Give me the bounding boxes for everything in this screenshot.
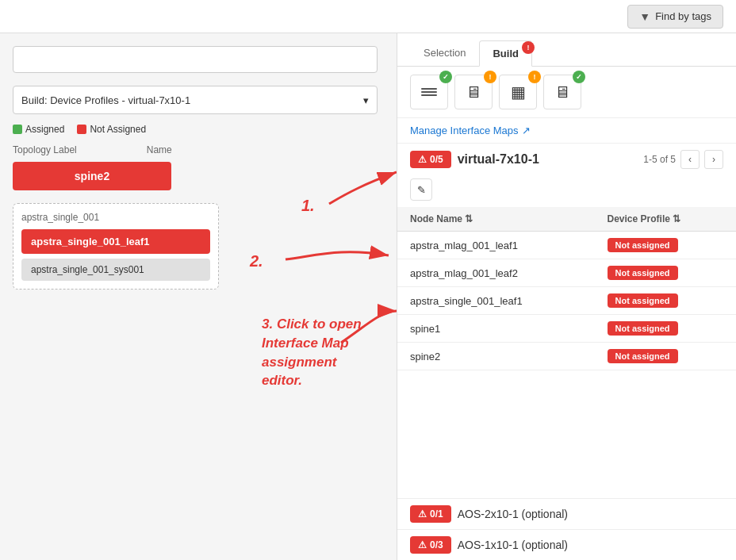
table-container: Node Name ⇅ Device Profile ⇅ apstra_mlag… [397, 207, 736, 498]
table-row: spine2 Not assigned [397, 343, 736, 370]
build-dropdown[interactable]: Build: Device Profiles - virtual-7x10-1 … [13, 86, 378, 114]
alert-badge-main[interactable]: ⚠ 0/5 [410, 151, 451, 168]
dropdown-arrow-icon: ▾ [363, 94, 369, 106]
sort-icon-node[interactable]: ⇅ [465, 213, 473, 224]
table-row: apstra_single_001_leaf1 Not assigned [397, 287, 736, 315]
icon-btn-server1[interactable]: ! 🖥 [454, 75, 493, 109]
cell-device-profile[interactable]: Not assigned [595, 259, 736, 287]
not-assigned-badge[interactable]: Not assigned [608, 321, 678, 336]
tab-build[interactable]: Build ! [479, 40, 532, 67]
legend-not-assigned-label: Not Assigned [90, 124, 146, 135]
optional-section-1: ⚠ 0/1 AOS-2x10-1 (optional) [397, 498, 736, 529]
find-by-tags-label: Find by tags [655, 10, 711, 22]
tab-selection[interactable]: Selection [410, 40, 479, 66]
opt2-title: AOS-1x10-1 (optional) [458, 539, 568, 551]
icon-btn-list[interactable]: ✓ [410, 75, 448, 109]
cell-device-profile[interactable]: Not assigned [595, 343, 736, 370]
cell-node-name: apstra_mlag_001_leaf2 [397, 259, 595, 287]
tab-selection-label: Selection [424, 47, 466, 59]
opt1-alert-count: 0/1 [430, 508, 443, 520]
cell-device-profile[interactable]: Not assigned [595, 315, 736, 343]
tab-build-badge: ! [522, 41, 535, 54]
barcode-icon: ▦ [511, 82, 526, 102]
optional-section-2: ⚠ 0/3 AOS-1x10-1 (optional) [397, 529, 736, 560]
legend-assigned-dot [13, 125, 22, 134]
icon3-badge: ! [528, 71, 541, 83]
cell-node-name: spine1 [397, 315, 595, 343]
table-body: apstra_mlag_001_leaf1 Not assigned apstr… [397, 232, 736, 370]
alert-count: 0/5 [430, 154, 443, 165]
pagination-count: 1-5 of 5 [643, 154, 676, 165]
prev-page-button[interactable]: ‹ [680, 150, 700, 169]
main-layout: Build: Device Profiles - virtual-7x10-1 … [0, 33, 736, 560]
table-header-row: Node Name ⇅ Device Profile ⇅ [397, 207, 736, 232]
not-assigned-badge[interactable]: Not assigned [608, 266, 678, 280]
next-page-button[interactable]: › [704, 150, 723, 169]
not-assigned-badge[interactable]: Not assigned [608, 238, 678, 252]
list-icon [421, 88, 437, 96]
table-row: spine1 Not assigned [397, 315, 736, 343]
filter-icon: ▼ [639, 10, 650, 23]
tab-build-label: Build [493, 48, 519, 59]
icon-btn-server2[interactable]: ✓ 🖥 [543, 75, 581, 109]
external-link-icon: ↗ [522, 125, 531, 136]
not-assigned-badge[interactable]: Not assigned [608, 349, 678, 363]
edit-button[interactable]: ✎ [410, 178, 432, 201]
cell-device-profile[interactable]: Not assigned [595, 232, 736, 259]
legend-assigned-label: Assigned [25, 124, 64, 135]
tabs: Selection Build ! [397, 33, 736, 67]
edit-row: ✎ [397, 175, 736, 207]
legend: Assigned Not Assigned [13, 124, 384, 135]
legend-not-assigned: Not Assigned [77, 124, 146, 135]
alert-badge-optional1[interactable]: ⚠ 0/1 [410, 505, 451, 523]
alert-icon-opt2: ⚠ [418, 539, 427, 550]
legend-assigned: Assigned [13, 124, 64, 135]
server2-icon: 🖥 [554, 83, 570, 102]
step1-label: 1. [301, 196, 315, 215]
cell-node-name: apstra_single_001_leaf1 [397, 287, 595, 315]
manage-interface-maps-link[interactable]: Manage Interface Maps ↗ [397, 118, 736, 144]
cell-node-name: spine2 [397, 343, 595, 370]
alert-icon-opt1: ⚠ [418, 508, 427, 520]
icon-row: ✓ ! 🖥 ! ▦ ✓ 🖥 [397, 67, 736, 118]
table-row: apstra_mlag_001_leaf2 Not assigned [397, 259, 736, 287]
alert-icon: ⚠ [418, 154, 427, 165]
opt1-title: AOS-2x10-1 (optional) [458, 508, 568, 520]
device-box: apstra_single_001 apstra_single_001_leaf… [13, 203, 219, 290]
search-area [13, 46, 384, 73]
alert-badge-optional2[interactable]: ⚠ 0/3 [410, 536, 451, 554]
opt2-alert-count: 0/3 [430, 539, 443, 550]
cell-node-name: apstra_mlag_001_leaf1 [397, 232, 595, 259]
sort-icon-profile[interactable]: ⇅ [673, 213, 680, 224]
icon-btn-barcode[interactable]: ! ▦ [499, 75, 537, 109]
icon4-badge: ✓ [573, 71, 585, 83]
cell-device-profile[interactable]: Not assigned [595, 287, 736, 315]
step3-label: 3. Click to openInterface Mapassignmente… [262, 315, 362, 390]
left-panel: Build: Device Profiles - virtual-7x10-1 … [0, 33, 397, 560]
section-title: virtual-7x10-1 [458, 152, 539, 167]
section-header: ⚠ 0/5 virtual-7x10-1 1-5 of 5 ‹ › [397, 144, 736, 175]
step2-label: 2. [250, 251, 263, 270]
leaf-node[interactable]: apstra_single_001_leaf1 [21, 229, 210, 254]
name-label: Name [147, 144, 172, 155]
server-icon: 🖥 [466, 83, 481, 102]
sys-node[interactable]: apstra_single_001_sys001 [21, 259, 210, 281]
dropdown-area: Build: Device Profiles - virtual-7x10-1 … [13, 86, 384, 114]
topology-label-row: Topology Label Name [13, 144, 384, 155]
table-row: apstra_mlag_001_leaf1 Not assigned [397, 232, 736, 259]
col-device-profile: Device Profile ⇅ [595, 207, 736, 232]
manage-link-label: Manage Interface Maps [410, 125, 519, 136]
top-bar: ▼ Find by tags [0, 0, 736, 33]
right-panel: Selection Build ! ✓ ! 🖥 [397, 33, 736, 560]
search-input[interactable] [13, 46, 378, 73]
spine-node[interactable]: spine2 [13, 162, 171, 190]
nodes-table: Node Name ⇅ Device Profile ⇅ apstra_mlag… [397, 207, 736, 370]
icon1-badge: ✓ [439, 71, 452, 83]
not-assigned-badge[interactable]: Not assigned [608, 293, 678, 308]
find-by-tags-button[interactable]: ▼ Find by tags [627, 5, 723, 29]
pagination: 1-5 of 5 ‹ › [643, 150, 723, 169]
legend-not-assigned-dot [77, 125, 86, 134]
col-node-name: Node Name ⇅ [397, 207, 595, 232]
dropdown-label: Build: Device Profiles - virtual-7x10-1 [21, 94, 190, 106]
topology-label: Topology Label [13, 144, 77, 155]
